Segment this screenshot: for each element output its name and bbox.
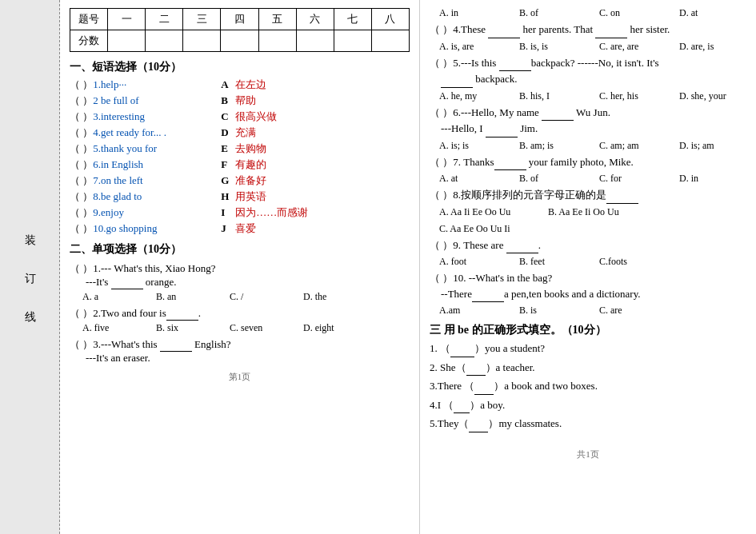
- list-item: （ ） 10.go shopping J 喜爱: [70, 221, 410, 236]
- r-opts-top: A. in B. of C. on D. at: [439, 7, 746, 19]
- q2-2: （ ）2.Two and four is .: [70, 306, 410, 321]
- q2-2-options: A. five B. six C. seven D. eight: [82, 322, 410, 334]
- section3-title: 三 用 be 的正确形式填空。（10分）: [430, 323, 746, 337]
- score-val-2: [146, 30, 183, 52]
- list-item: （ ） 3.interesting C 很高兴做: [70, 110, 410, 124]
- margin-zhuang: 装: [23, 225, 38, 232]
- score-table: 题号 一 二 三 四 五 六 七 八 分数: [70, 8, 410, 52]
- s3-q4: 4.I （ ）a boy.: [430, 397, 746, 414]
- list-item: （ ） 8.be glad to H 用英语: [70, 189, 410, 204]
- section1-title: 一、短语选择（10分）: [70, 60, 410, 74]
- section2-questions: （ ）1.--- What's this, Xiao Hong? ---It's…: [70, 261, 410, 365]
- score-row-label: 分数: [70, 30, 108, 52]
- score-val-4: [221, 30, 258, 52]
- s3-q1: 1. （ ）you a student?: [430, 341, 746, 357]
- r-q10-opts: A.am B. is C. are: [439, 305, 746, 317]
- list-item: （ ） 2 be full of B 帮助: [70, 94, 410, 108]
- score-col-3: 三: [183, 9, 221, 30]
- list-item: （ ） 1.help··· A 在左边: [70, 78, 410, 92]
- q2-3: （ ）3.---What's this English? ---It's an …: [70, 337, 410, 365]
- r-q7: （ ）7. Thanks your family photo, Mike.: [430, 154, 746, 171]
- r-q8-opts: A. Aa Ii Ee Oo Uu B. Aa Ee Ii Oo Uu C. A…: [439, 206, 746, 235]
- score-val-5: [258, 30, 296, 52]
- score-table-header-label: 题号: [70, 9, 108, 30]
- s3-q3: 3.There （ ）a book and two boxes.: [430, 378, 746, 395]
- r-q5: （ ）5.---Is this backpack? ------No, it i…: [430, 55, 746, 88]
- score-col-7: 七: [334, 9, 371, 30]
- main-content: 题号 一 二 三 四 五 六 七 八 分数: [60, 0, 756, 534]
- dashed-line: [59, 0, 60, 534]
- r-q6-opts: A. is; is B. am; is C. am; am D. is; am: [439, 140, 746, 152]
- list-item: （ ） 7.on the left G 准备好: [70, 173, 410, 188]
- q2-1-options: A. a B. an C. / D. the: [82, 291, 410, 303]
- left-margin: 装 订 线: [0, 0, 60, 534]
- page-num-right: 共1页: [430, 448, 746, 460]
- margin-ding: 订: [23, 264, 38, 270]
- r-q9: （ ）9. These are .: [430, 237, 746, 254]
- section2-title: 二、单项选择（10分）: [70, 242, 410, 257]
- score-val-6: [296, 30, 334, 52]
- score-col-8: 八: [371, 9, 409, 30]
- q2-1: （ ）1.--- What's this, Xiao Hong? ---It's…: [70, 261, 410, 289]
- matching-list: （ ） 1.help··· A 在左边 （ ） 2 be full of B 帮…: [70, 78, 410, 236]
- r-q4: （ ）4.These her parents. That her sister.: [430, 22, 746, 38]
- score-val-1: [108, 30, 146, 52]
- score-col-4: 四: [221, 9, 258, 30]
- score-val-8: [371, 30, 409, 52]
- list-item: （ ） 5.thank you for E 去购物: [70, 141, 410, 156]
- score-val-3: [183, 30, 221, 52]
- score-col-1: 一: [108, 9, 146, 30]
- r-q8: （ ）8.按顺序排列的元音字母正确的是: [430, 187, 746, 204]
- page-num-left: 第1页: [70, 371, 410, 383]
- r-q9-opts: A. foot B. feet C.foots: [439, 256, 746, 268]
- s3-q2: 2. She（ ）a teacher.: [430, 360, 746, 377]
- section3-questions: 1. （ ）you a student? 2. She（ ）a teacher.…: [430, 341, 746, 432]
- s3-q5: 5.They（ ）my classmates.: [430, 416, 746, 432]
- list-item: （ ） 4.get ready for... . D 充满: [70, 126, 410, 140]
- margin-xian: 线: [23, 302, 38, 309]
- left-column: 题号 一 二 三 四 五 六 七 八 分数: [60, 0, 420, 534]
- r-q6: （ ）6.---Hello, My name Wu Jun. ---Hello,…: [430, 105, 746, 137]
- list-item: （ ） 6.in English F 有趣的: [70, 157, 410, 172]
- score-col-5: 五: [258, 9, 296, 30]
- r-q10: （ ）10. --What's in the bag? --There a pe…: [430, 270, 746, 302]
- r-q4-opts: A. is, are B. is, is C. are, are D. are,…: [439, 41, 746, 53]
- r-q5-opts: A. he, my B. his, I C. her, his D. she, …: [439, 90, 746, 102]
- r-q7-opts: A. at B. of C. for D. in: [439, 173, 746, 185]
- score-col-6: 六: [296, 9, 334, 30]
- list-item: （ ） 9.enjoy I 因为……而感谢: [70, 205, 410, 220]
- right-column: A. in B. of C. on D. at （ ）4.These her p…: [420, 0, 756, 534]
- score-val-7: [334, 30, 371, 52]
- score-col-2: 二: [146, 9, 183, 30]
